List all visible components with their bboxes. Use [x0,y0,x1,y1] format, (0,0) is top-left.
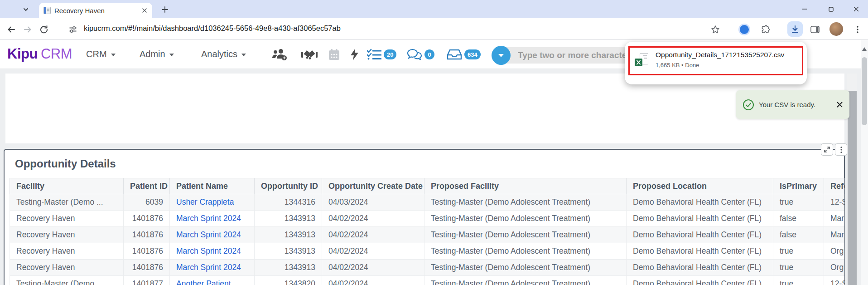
tune-icon [69,25,77,34]
reload-icon [39,25,48,34]
downloads-button[interactable] [787,21,803,37]
cell-patient_name[interactable]: March Sprint 2024 [169,260,254,275]
bookmark-button[interactable] [709,24,721,35]
cell-patient_id: 1401877 [123,276,169,285]
page-scrollbar-thumb[interactable] [862,57,867,125]
menu-admin-label: Admin [140,49,165,59]
browser-window: Recovery Haven kipucrm.com/#!/main/bi/ [0,0,868,285]
cell-proposed_facility: Testing-Master (Demo Adolescent Treatmen… [424,211,626,226]
favicon [43,7,51,14]
cell-patient_id: 6039 [123,194,169,210]
cell-patient_name[interactable]: March Sprint 2024 [169,243,254,259]
tab-close-icon[interactable] [141,7,148,14]
scroll-up-arrow[interactable] [862,47,867,51]
kipu-crm-logo[interactable]: KipuCRM [7,46,72,62]
toast-close-icon[interactable] [836,101,843,108]
browser-menu-button[interactable] [852,24,863,35]
tab-search-button[interactable] [20,4,32,15]
extensions-button[interactable] [759,24,771,35]
menu-analytics[interactable]: Analytics [201,49,246,59]
cell-is_primary: true [773,276,824,285]
logo-part1: Kipu [7,46,38,62]
messages-button[interactable]: 0 [407,40,434,69]
widget-menu-button[interactable] [835,143,847,156]
cell-facility: Testing-Master (Demo [10,276,123,285]
kebab-icon [854,25,861,34]
csv-ready-toast: Your CSV is ready. [736,90,849,119]
cell-patient_name[interactable]: Usher Crappleta [169,194,254,210]
column-header-patient_name[interactable]: Patient Name [169,178,254,194]
inbox-button[interactable]: 634 [447,40,481,69]
column-header-referrer[interactable]: Refe [824,178,844,194]
column-header-is_primary[interactable]: IsPrimary [773,178,824,194]
opportunity-table: FacilityPatient IDPatient NameOpportunit… [10,178,844,285]
cell-proposed_facility: Testing-Master (Demo Adolescent Treatmen… [424,243,626,259]
tasks-badge: 20 [384,49,396,59]
cell-referrer: 12-S [824,194,844,210]
menu-crm[interactable]: CRM [86,49,116,59]
table-row: Recovery Haven1401876March Sprint 202413… [10,227,844,243]
address-omnibox[interactable]: kipucrm.com/#!/main/bi/dashboard/d103624… [84,24,341,33]
column-header-patient_id[interactable]: Patient ID [123,178,169,194]
puzzle-icon [761,25,770,34]
cell-patient_name[interactable]: March Sprint 2024 [169,211,254,226]
column-header-opportunity_id[interactable]: Opportunity ID [254,178,322,194]
cell-facility: Recovery Haven [10,227,123,243]
window-minimize-button[interactable] [798,4,811,15]
tasks-button[interactable]: 20 [367,40,396,69]
cell-proposed_facility: Testing-Master (Demo Adolescent Treatmen… [424,227,626,243]
cell-referrer: 12-S [824,276,844,285]
cell-is_primary: false [773,211,824,226]
chevron-down-icon [241,54,246,56]
forward-button[interactable] [22,24,34,35]
column-header-proposed_facility[interactable]: Proposed Facility [424,178,626,194]
expand-widget-button[interactable] [821,143,833,156]
profile-avatar[interactable] [829,22,843,36]
download-item[interactable]: Opportunity_Details_1712153525207.csv 1,… [635,51,784,69]
window-maximize-button[interactable] [825,4,837,15]
cell-facility: Recovery Haven [10,243,123,259]
column-header-create_date[interactable]: Opportunity Create Date [322,178,424,194]
cell-patient_name[interactable]: March Sprint 2024 [169,227,254,243]
cell-facility: Recovery Haven [10,211,123,226]
add-contact-button[interactable] [272,40,287,69]
cell-proposed_location: Demo Behavioral Health Center (FL) [626,260,773,275]
side-panel-button[interactable] [809,24,821,35]
search-scope-button[interactable] [492,46,511,65]
tab-strip: Recovery Haven [0,0,868,18]
cell-create_date: 04/02/2024 [322,227,424,243]
new-tab-button[interactable] [159,4,170,15]
browser-tab[interactable]: Recovery Haven [39,3,152,18]
maximize-icon [828,6,834,12]
dashboard-scrollbar-thumb[interactable] [848,91,857,285]
cell-referrer: Mar [824,211,844,226]
cell-is_primary: true [773,243,824,259]
cell-is_primary: true [773,260,824,275]
cell-opportunity_id: 1344316 [254,194,322,210]
cell-patient_id: 1401876 [123,243,169,259]
site-settings-button[interactable] [67,24,79,35]
cell-opportunity_id: 1343913 [254,260,322,275]
cell-patient_id: 1401876 [123,260,169,275]
quick-actions-button[interactable] [350,40,359,69]
extension-status-button[interactable] [738,24,750,35]
plus-icon [161,6,169,13]
table-row: Testing-Master (Demo1401877Another Patie… [10,276,844,285]
cell-create_date: 04/02/2024 [322,211,424,226]
referrals-button[interactable] [301,40,318,69]
cell-patient_name[interactable]: Another Patient [169,276,254,285]
column-header-facility[interactable]: Facility [10,178,123,194]
cell-referrer: Org [824,260,844,275]
back-button[interactable] [5,24,17,35]
calendar-button[interactable] [328,40,340,69]
download-bubble: Opportunity_Details_1712153525207.csv 1,… [625,42,807,84]
column-header-proposed_location[interactable]: Proposed Location [626,178,773,194]
side-panel-icon [810,25,820,34]
cell-create_date: 04/02/2024 [322,243,424,259]
menu-admin[interactable]: Admin [140,49,174,59]
cell-is_primary: true [773,194,824,210]
reload-button[interactable] [38,24,50,35]
window-close-button[interactable] [850,4,863,15]
cell-patient_id: 1401876 [123,211,169,226]
back-arrow-icon [7,25,16,34]
